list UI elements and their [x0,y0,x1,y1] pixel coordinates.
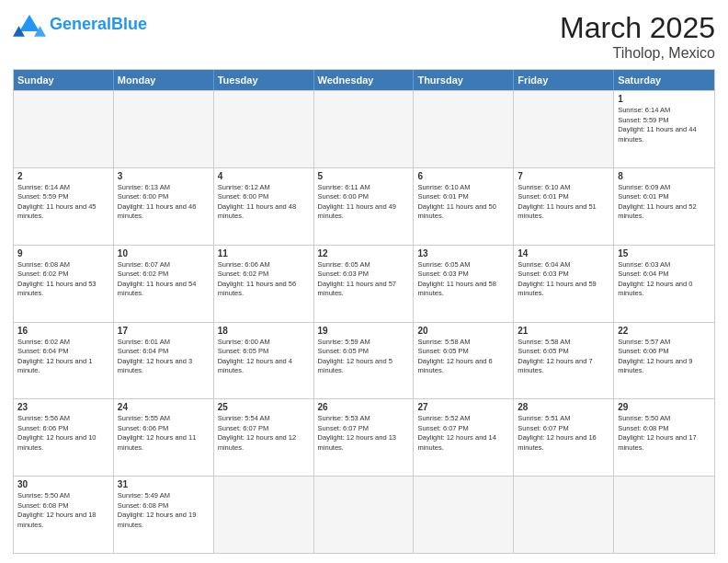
day-number: 18 [218,326,310,336]
calendar-cell: 31Sunrise: 5:49 AM Sunset: 6:08 PM Dayli… [114,477,214,553]
logo-general: General [50,15,111,33]
calendar-cell [414,477,514,553]
main-title: March 2025 [560,11,715,45]
cell-info: Sunrise: 5:58 AM Sunset: 6:05 PM Dayligh… [417,338,509,376]
day-number: 25 [218,402,310,412]
calendar-cell: 11Sunrise: 6:06 AM Sunset: 6:02 PM Dayli… [214,246,314,322]
calendar-cell: 29Sunrise: 5:50 AM Sunset: 6:08 PM Dayli… [614,399,714,476]
day-number: 30 [17,479,109,489]
day-number: 31 [118,479,210,489]
header-day-monday: Monday [114,70,214,90]
calendar-cell [314,91,415,167]
day-number: 12 [318,248,410,259]
cell-info: Sunrise: 6:08 AM Sunset: 6:02 PM Dayligh… [17,260,109,299]
day-number: 20 [417,326,509,336]
cell-info: Sunrise: 6:03 AM Sunset: 6:04 PM Dayligh… [618,260,711,299]
calendar-cell: 16Sunrise: 6:02 AM Sunset: 6:04 PM Dayli… [14,323,114,399]
calendar-cell: 7Sunrise: 6:10 AM Sunset: 6:01 PM Daylig… [514,168,614,245]
cell-info: Sunrise: 6:10 AM Sunset: 6:01 PM Dayligh… [417,183,509,222]
calendar-cell [14,91,114,167]
cell-info: Sunrise: 5:50 AM Sunset: 6:08 PM Dayligh… [17,491,109,530]
day-number: 9 [17,248,109,259]
logo: GeneralBlue [13,11,147,37]
calendar-cell: 23Sunrise: 5:56 AM Sunset: 6:06 PM Dayli… [14,399,114,476]
day-number: 3 [118,171,210,181]
cell-info: Sunrise: 5:56 AM Sunset: 6:06 PM Dayligh… [17,414,109,453]
day-number: 17 [118,326,210,336]
cell-info: Sunrise: 6:14 AM Sunset: 5:59 PM Dayligh… [17,183,109,222]
day-number: 23 [17,402,109,412]
calendar-cell: 5Sunrise: 6:11 AM Sunset: 6:00 PM Daylig… [314,168,415,245]
cell-info: Sunrise: 6:11 AM Sunset: 6:00 PM Dayligh… [318,183,410,222]
calendar-cell: 4Sunrise: 6:12 AM Sunset: 6:00 PM Daylig… [214,168,314,245]
calendar-row-5: 30Sunrise: 5:50 AM Sunset: 6:08 PM Dayli… [14,476,714,553]
cell-info: Sunrise: 6:10 AM Sunset: 6:01 PM Dayligh… [518,183,609,222]
calendar: SundayMondayTuesdayWednesdayThursdayFrid… [13,69,715,554]
cell-info: Sunrise: 6:13 AM Sunset: 6:00 PM Dayligh… [118,183,210,222]
calendar-cell: 18Sunrise: 6:00 AM Sunset: 6:05 PM Dayli… [214,323,314,399]
day-number: 28 [518,402,609,412]
calendar-cell: 25Sunrise: 5:54 AM Sunset: 6:07 PM Dayli… [214,399,314,476]
logo-text: GeneralBlue [50,16,147,32]
cell-info: Sunrise: 5:51 AM Sunset: 6:07 PM Dayligh… [518,414,609,453]
calendar-cell: 8Sunrise: 6:09 AM Sunset: 6:01 PM Daylig… [614,168,714,245]
day-number: 11 [218,248,310,259]
subtitle: Tiholop, Mexico [560,45,715,62]
page: GeneralBlue March 2025 Tiholop, Mexico S… [0,0,728,563]
calendar-cell: 30Sunrise: 5:50 AM Sunset: 6:08 PM Dayli… [14,477,114,553]
calendar-cell: 14Sunrise: 6:04 AM Sunset: 6:03 PM Dayli… [514,246,614,322]
calendar-cell [614,477,714,553]
header-day-tuesday: Tuesday [214,70,314,90]
calendar-cell [414,91,514,167]
day-number: 19 [318,326,410,336]
calendar-cell [514,91,614,167]
calendar-cell [314,477,415,553]
day-number: 24 [118,402,210,412]
header: GeneralBlue March 2025 Tiholop, Mexico [13,11,715,62]
calendar-cell: 28Sunrise: 5:51 AM Sunset: 6:07 PM Dayli… [514,399,614,476]
cell-info: Sunrise: 6:05 AM Sunset: 6:03 PM Dayligh… [417,260,509,299]
header-day-wednesday: Wednesday [314,70,415,90]
calendar-cell: 9Sunrise: 6:08 AM Sunset: 6:02 PM Daylig… [14,246,114,322]
calendar-cell: 19Sunrise: 5:59 AM Sunset: 6:05 PM Dayli… [314,323,415,399]
calendar-cell [214,91,314,167]
calendar-row-3: 16Sunrise: 6:02 AM Sunset: 6:04 PM Dayli… [14,322,714,399]
cell-info: Sunrise: 5:57 AM Sunset: 6:06 PM Dayligh… [618,338,711,376]
day-number: 13 [417,248,509,259]
calendar-row-1: 2Sunrise: 6:14 AM Sunset: 5:59 PM Daylig… [14,167,714,245]
day-number: 5 [318,171,410,181]
logo-blue: Blue [111,15,147,33]
header-day-sunday: Sunday [14,70,114,90]
cell-info: Sunrise: 5:53 AM Sunset: 6:07 PM Dayligh… [318,414,410,453]
calendar-row-0: 1Sunrise: 6:14 AM Sunset: 5:59 PM Daylig… [14,90,714,167]
cell-info: Sunrise: 5:50 AM Sunset: 6:08 PM Dayligh… [618,414,711,453]
cell-info: Sunrise: 5:58 AM Sunset: 6:05 PM Dayligh… [518,338,609,376]
calendar-cell: 27Sunrise: 5:52 AM Sunset: 6:07 PM Dayli… [414,399,514,476]
calendar-cell: 21Sunrise: 5:58 AM Sunset: 6:05 PM Dayli… [514,323,614,399]
cell-info: Sunrise: 5:52 AM Sunset: 6:07 PM Dayligh… [417,414,509,453]
calendar-cell: 12Sunrise: 6:05 AM Sunset: 6:03 PM Dayli… [314,246,415,322]
cell-info: Sunrise: 5:49 AM Sunset: 6:08 PM Dayligh… [118,491,210,530]
day-number: 8 [618,171,711,181]
cell-info: Sunrise: 5:54 AM Sunset: 6:07 PM Dayligh… [218,414,310,453]
calendar-cell: 17Sunrise: 6:01 AM Sunset: 6:04 PM Dayli… [114,323,214,399]
calendar-cell [214,477,314,553]
calendar-cell: 10Sunrise: 6:07 AM Sunset: 6:02 PM Dayli… [114,246,214,322]
calendar-cell: 13Sunrise: 6:05 AM Sunset: 6:03 PM Dayli… [414,246,514,322]
calendar-cell: 2Sunrise: 6:14 AM Sunset: 5:59 PM Daylig… [14,168,114,245]
day-number: 14 [518,248,609,259]
cell-info: Sunrise: 6:07 AM Sunset: 6:02 PM Dayligh… [118,260,210,299]
day-number: 22 [618,326,711,336]
cell-info: Sunrise: 6:00 AM Sunset: 6:05 PM Dayligh… [218,338,310,376]
calendar-row-2: 9Sunrise: 6:08 AM Sunset: 6:02 PM Daylig… [14,245,714,322]
cell-info: Sunrise: 6:02 AM Sunset: 6:04 PM Dayligh… [17,338,109,376]
day-number: 26 [318,402,410,412]
calendar-cell: 15Sunrise: 6:03 AM Sunset: 6:04 PM Dayli… [614,246,714,322]
header-day-saturday: Saturday [614,70,714,90]
calendar-header: SundayMondayTuesdayWednesdayThursdayFrid… [14,70,714,90]
day-number: 21 [518,326,609,336]
calendar-cell: 26Sunrise: 5:53 AM Sunset: 6:07 PM Dayli… [314,399,415,476]
day-number: 27 [417,402,509,412]
calendar-body: 1Sunrise: 6:14 AM Sunset: 5:59 PM Daylig… [14,90,714,553]
calendar-cell: 1Sunrise: 6:14 AM Sunset: 5:59 PM Daylig… [614,91,714,167]
